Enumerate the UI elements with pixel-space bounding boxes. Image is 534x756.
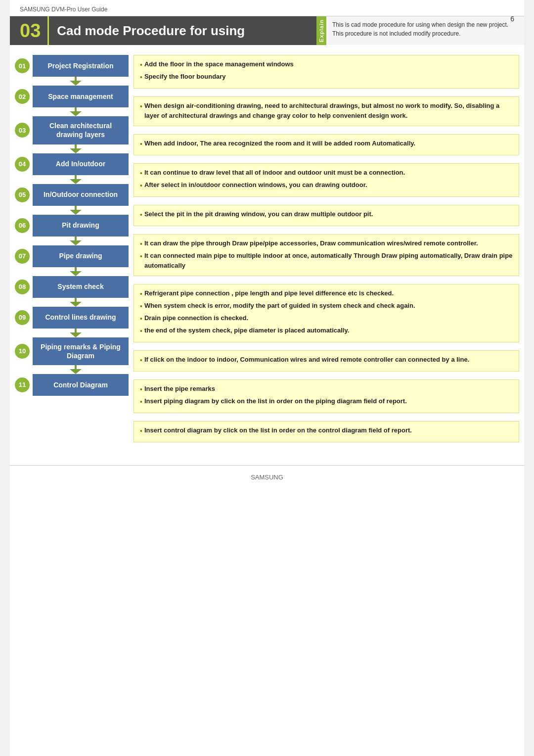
desc-item: •It can continue to draw level that all …: [140, 168, 513, 179]
desc-item: •the end of the system check, pipe diame…: [140, 326, 513, 336]
step-label-07: Pipe drawing: [33, 245, 129, 267]
desc-item: •Refrigerant pipe connection , pipe leng…: [140, 288, 513, 299]
step-badge-06: 06: [15, 218, 30, 233]
desc-bullet-icon: •: [140, 101, 142, 112]
desc-group-02: •When design air-conditioning drawing, n…: [134, 96, 519, 130]
desc-bullet-icon: •: [140, 314, 142, 324]
page-container: 6 SAMSUNG DVM-Pro User Guide 03 Cad mode…: [10, 0, 524, 756]
desc-bullet-icon: •: [140, 168, 142, 179]
step-label-02: Space management: [33, 86, 129, 107]
header-bar: SAMSUNG DVM-Pro User Guide: [10, 0, 524, 16]
descriptions-column: •Add the floor in the space management w…: [129, 55, 519, 450]
desc-item: •Select the pit in the pit drawing windo…: [140, 209, 513, 220]
desc-bullet-icon: •: [140, 397, 142, 407]
desc-bullet-icon: •: [140, 139, 142, 149]
desc-box-08: •Refrigerant pipe connection , pipe leng…: [134, 284, 519, 342]
desc-text: It can draw the pipe through Draw pipe/p…: [144, 238, 478, 248]
step-item-08: 08System check: [15, 276, 129, 298]
step-badge-01: 01: [15, 58, 30, 73]
desc-text: When add indoor, The area recognized the…: [144, 139, 415, 148]
desc-bullet-icon: •: [140, 181, 142, 191]
desc-bullet-icon: •: [140, 251, 142, 262]
guide-title: SAMSUNG DVM-Pro User Guide: [20, 6, 514, 13]
desc-text: It can connected main pipe to multiple i…: [144, 251, 513, 270]
desc-item: •Insert piping diagram by click on the l…: [140, 396, 513, 407]
desc-group-08: •Refrigerant pipe connection , pipe leng…: [134, 284, 519, 346]
desc-item: •When add indoor, The area recognized th…: [140, 139, 513, 149]
step-item-05: 05In/Outdoor connection: [15, 184, 129, 206]
step-item-03: 03Clean architectural drawing layers: [15, 116, 129, 144]
desc-box-04: •It can continue to draw level that all …: [134, 163, 519, 197]
desc-bullet-icon: •: [140, 384, 142, 395]
arrow-08: [70, 298, 82, 307]
step-badge-05: 05: [15, 188, 30, 202]
desc-bullet-icon: •: [140, 210, 142, 220]
page-number: 6: [510, 15, 514, 23]
footer: SAMSUNG: [10, 465, 524, 489]
desc-item: •After select in in/outdoor connection w…: [140, 180, 513, 191]
desc-bullet-icon: •: [140, 289, 142, 299]
step-label-04: Add In/outdoor: [33, 153, 129, 175]
step-badge-07: 07: [15, 249, 30, 264]
desc-text: After select in in/outdoor connection wi…: [144, 180, 367, 190]
desc-text: Insert control diagram by click on the l…: [144, 425, 412, 435]
desc-group-04: •It can continue to draw level that all …: [134, 163, 519, 201]
desc-item: •When design air-conditioning drawing, n…: [140, 101, 513, 120]
desc-item: •Drain pipe connection is checked.: [140, 313, 513, 324]
step-label-05: In/Outdoor connection: [33, 184, 129, 206]
desc-bullet-icon: •: [140, 60, 142, 70]
desc-item: •Specify the floor boundary: [140, 72, 513, 83]
desc-bullet-icon: •: [140, 326, 142, 336]
main-content: 01Project Registration02Space management…: [10, 45, 524, 460]
explain-box: Explain This is cad mode procedure for u…: [316, 16, 524, 45]
desc-group-03: •When add indoor, The area recognized th…: [134, 134, 519, 159]
desc-box-11: •Insert control diagram by click on the …: [134, 421, 519, 442]
desc-bullet-icon: •: [140, 72, 142, 83]
desc-box-10: •Insert the pipe remarks•Insert piping d…: [134, 379, 519, 413]
steps-column: 01Project Registration02Space management…: [15, 55, 129, 450]
arrow-09: [70, 329, 82, 337]
step-item-07: 07Pipe drawing: [15, 245, 129, 267]
desc-text: Specify the floor boundary: [144, 72, 226, 82]
desc-item: •Insert the pipe remarks: [140, 384, 513, 395]
step-label-03: Clean architectural drawing layers: [33, 116, 129, 144]
step-badge-10: 10: [15, 344, 30, 359]
arrow-03: [70, 144, 82, 153]
step-label-11: Control Diagram: [33, 374, 129, 396]
step-item-01: 01Project Registration: [15, 55, 129, 77]
step-item-09: 09Control lines drawing: [15, 307, 129, 329]
step-label-01: Project Registration: [33, 55, 129, 77]
arrow-05: [70, 206, 82, 215]
step-item-04: 04Add In/outdoor: [15, 153, 129, 175]
desc-text: Select the pit in the pit drawing window…: [144, 209, 373, 219]
step-item-10: 10Piping remarks & Piping Diagram: [15, 337, 129, 365]
step-label-06: Pit drawing: [33, 215, 129, 236]
arrow-01: [70, 77, 82, 86]
desc-text: If click on the indoor to indoor, Commun…: [144, 355, 469, 365]
step-badge-11: 11: [15, 378, 30, 392]
desc-text: the end of the system check, pipe diamet…: [144, 326, 349, 335]
desc-group-01: •Add the floor in the space management w…: [134, 55, 519, 93]
section-title: Cad mode Procedure for using: [49, 16, 316, 45]
desc-item: •It can draw the pipe through Draw pipe/…: [140, 238, 513, 249]
desc-box-05: •Select the pit in the pit drawing windo…: [134, 205, 519, 226]
explain-text: This is cad mode procedure for using whe…: [326, 16, 524, 45]
arrow-10: [70, 365, 82, 374]
step-badge-04: 04: [15, 157, 30, 172]
arrow-07: [70, 267, 82, 276]
desc-bullet-icon: •: [140, 426, 142, 436]
step-label-08: System check: [33, 276, 129, 298]
desc-text: Insert piping diagram by click on the li…: [144, 396, 407, 406]
section-number: 03: [10, 16, 49, 45]
step-label-10: Piping remarks & Piping Diagram: [33, 337, 129, 365]
desc-group-11: •Insert control diagram by click on the …: [134, 421, 519, 446]
desc-text: Refrigerant pipe connection , pipe lengt…: [144, 288, 394, 298]
desc-group-06-07: •It can draw the pipe through Draw pipe/…: [134, 234, 519, 280]
arrow-06: [70, 236, 82, 245]
desc-item: •Insert control diagram by click on the …: [140, 425, 513, 436]
desc-group-10: •Insert the pipe remarks•Insert piping d…: [134, 379, 519, 417]
desc-box-06-07: •It can draw the pipe through Draw pipe/…: [134, 234, 519, 276]
desc-text: It can continue to draw level that all o…: [144, 168, 405, 178]
desc-bullet-icon: •: [140, 301, 142, 312]
arrow-04: [70, 175, 82, 184]
